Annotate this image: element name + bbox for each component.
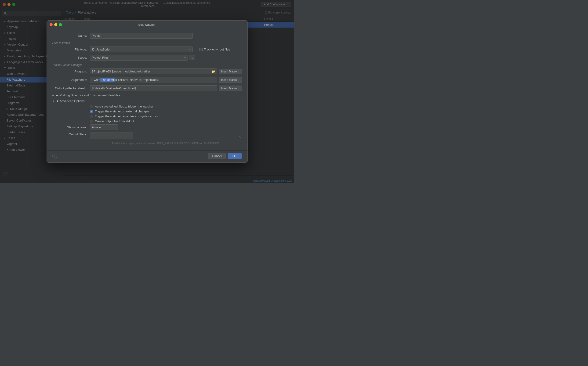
arg-no-semi: --no-semi xyxy=(100,78,115,82)
output-paths-label: Output paths to refresh: xyxy=(52,86,90,90)
program-input[interactable] xyxy=(92,70,211,73)
auto-save-checkbox[interactable] xyxy=(90,105,93,108)
advanced-options-toggle[interactable]: ▼ ▼ Advanced Options xyxy=(52,99,242,103)
working-dir-label: ▶ Working Directory and Environment Vari… xyxy=(56,93,120,97)
arg-write: --write xyxy=(92,78,100,82)
name-input[interactable] xyxy=(90,33,193,38)
output-filters-wrapper: ⤡ xyxy=(90,132,242,139)
track-root-files-row: Track only root files xyxy=(199,48,230,51)
dialog-traffic-lights[interactable] xyxy=(50,23,62,26)
arguments-row: Arguments: --write --no-semi $FilePathRe… xyxy=(52,77,242,83)
trigger-syntax-row: Trigger the watcher regardless of syntax… xyxy=(52,114,242,118)
trigger-external-checkbox[interactable] xyxy=(90,110,93,113)
program-insert-macro-button[interactable]: Insert Macro... xyxy=(219,69,242,74)
scope-value: Project Files xyxy=(92,56,183,59)
arguments-label: Arguments: xyxy=(52,78,90,82)
output-filters-label: Output filters: xyxy=(52,132,90,136)
name-row: Name: xyxy=(52,33,242,38)
arguments-input-area: --write --no-semi $FilePathRelativeToPro… xyxy=(90,77,242,83)
file-type-value: JavaScript xyxy=(96,48,188,51)
trigger-syntax-label: Trigger the watcher regardless of syntax… xyxy=(95,114,158,118)
files-to-watch-header: Files to Watch xyxy=(52,41,242,45)
arguments-insert-macro-button[interactable]: Insert Macro... xyxy=(219,77,242,83)
show-console-row: Show console: Always ▾ xyxy=(52,124,242,130)
trigger-external-row: Trigger the watcher on external changes xyxy=(52,110,242,113)
arguments-input-wrapper[interactable]: --write --no-semi $FilePathRelativeToPro… xyxy=(90,77,217,83)
output-paths-input-area: Insert Macro... xyxy=(90,85,242,91)
trigger-external-label: Trigger the watcher on external changes xyxy=(95,110,149,113)
scope-ellipsis-button[interactable]: ... xyxy=(189,55,195,60)
dialog-help-button-area: ? xyxy=(52,154,57,159)
output-paths-insert-macro-button[interactable]: Insert Macro... xyxy=(219,85,242,91)
console-value: Always xyxy=(92,125,113,129)
js-file-icon: 🗋 xyxy=(92,48,95,51)
output-paths-row: Output paths to refresh: Insert Macro... xyxy=(52,85,242,91)
create-output-checkbox[interactable] xyxy=(90,120,93,123)
tool-to-run-header: Tool to Run on Changes xyxy=(52,63,242,67)
file-type-dropdown-arrow: ▾ xyxy=(189,48,191,51)
console-dropdown-arrow: ▾ xyxy=(114,126,116,129)
dialog-body: Name: Files to Watch File type: 🗋 JavaSc… xyxy=(47,29,248,150)
output-filters-row: Output filters: ⤡ xyxy=(52,132,242,139)
working-dir-toggle[interactable]: ▶ ▶ Working Directory and Environment Va… xyxy=(52,93,242,97)
auto-save-label: Auto-save edited files to trigger the wa… xyxy=(95,105,154,108)
folder-icon: 📁 xyxy=(212,70,215,73)
scope-dropdown-arrow: ▾ xyxy=(184,56,186,59)
dialog-title-bar: Edit Watcher xyxy=(47,21,248,29)
dialog-footer: ? Cancel OK xyxy=(47,150,248,162)
ok-button[interactable]: OK xyxy=(228,153,242,159)
file-type-row: File type: 🗋 JavaScript ▾ Track only roo… xyxy=(52,46,242,52)
dialog-close-button[interactable] xyxy=(50,23,53,26)
trigger-syntax-checkbox[interactable] xyxy=(90,115,93,118)
output-filters-input[interactable] xyxy=(90,132,133,139)
name-label: Name: xyxy=(52,34,90,37)
modal-overlay: Edit Watcher Name: Files to Watch File t… xyxy=(0,0,294,183)
program-row: Program: 📁 Insert Macro... xyxy=(52,69,242,74)
scope-label: Scope: xyxy=(52,56,90,59)
dialog-title: Edit Watcher xyxy=(139,23,156,26)
edit-watcher-dialog: Edit Watcher Name: Files to Watch File t… xyxy=(46,20,248,163)
track-root-files-checkbox[interactable] xyxy=(199,48,202,51)
output-paths-input[interactable] xyxy=(90,85,217,91)
track-root-files-label: Track only root files xyxy=(204,48,230,51)
dialog-minimize-button[interactable] xyxy=(54,23,57,26)
scope-selector: Project Files ▾ ... xyxy=(90,55,195,61)
regex-hint: Each line is a regex, available macros: … xyxy=(52,141,242,146)
auto-save-row: Auto-save edited files to trigger the wa… xyxy=(52,105,242,108)
advanced-triangle: ▼ xyxy=(52,100,55,102)
scope-row: Scope: Project Files ▾ ... xyxy=(52,55,242,61)
create-output-label: Create output file from stdout xyxy=(95,119,134,123)
advanced-label: ▼ Advanced Options xyxy=(56,99,85,103)
output-expand-icon: ⤡ xyxy=(239,136,241,138)
cancel-button[interactable]: Cancel xyxy=(208,153,225,159)
working-dir-triangle: ▶ xyxy=(52,94,54,97)
console-selector: Always ▾ xyxy=(90,124,118,130)
program-input-area: 📁 Insert Macro... xyxy=(90,69,242,74)
file-type-select-area: 🗋 JavaScript ▾ Track only root files xyxy=(90,46,242,52)
arg-rest: $FilePathRelativeToProjectRoot$ xyxy=(115,78,159,82)
create-output-row: Create output file from stdout xyxy=(52,119,242,123)
show-console-label: Show console: xyxy=(52,125,90,129)
file-type-selector[interactable]: 🗋 JavaScript ▾ xyxy=(90,46,193,52)
dialog-maximize-button[interactable] xyxy=(59,23,62,26)
dialog-help-button[interactable]: ? xyxy=(52,154,57,159)
file-type-label: File type: xyxy=(52,48,90,51)
program-label: Program: xyxy=(52,70,90,73)
